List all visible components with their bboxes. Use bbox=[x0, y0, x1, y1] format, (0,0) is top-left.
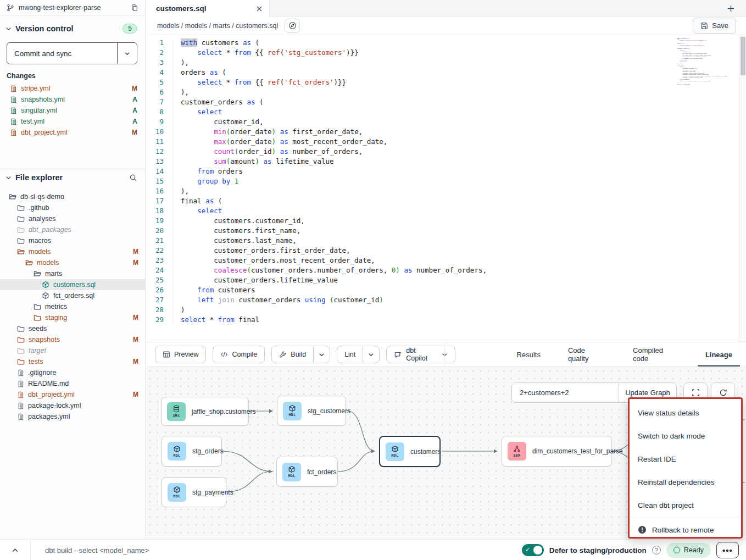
command-bar-expand[interactable] bbox=[0, 540, 31, 560]
tree-item-models[interactable]: modelsM bbox=[0, 257, 145, 268]
more-options-button[interactable]: ••• bbox=[716, 542, 739, 558]
tree-item-label: metrics bbox=[45, 303, 135, 311]
tree-item-status: M bbox=[133, 314, 138, 321]
branch-row[interactable]: mwong-test-explorer-parse bbox=[0, 0, 145, 16]
commit-options-dropdown[interactable] bbox=[117, 43, 137, 64]
tree-item-fct-orders-sql[interactable]: fct_orders.sql bbox=[0, 290, 145, 301]
tree-item-target[interactable]: target bbox=[0, 345, 145, 356]
tree-item-metrics[interactable]: metrics bbox=[0, 301, 145, 312]
toggle-knob bbox=[533, 546, 542, 555]
tree-item-dbt-project-yml[interactable]: dbt_project.ymlM bbox=[0, 389, 145, 400]
editor-scrollbar[interactable] bbox=[739, 35, 746, 342]
ready-label: Ready bbox=[684, 546, 704, 554]
tab-customers-sql[interactable]: customers.sql bbox=[146, 0, 270, 17]
build-dropdown[interactable] bbox=[313, 346, 330, 363]
changes-list: stripe.ymlMsnapshots.ymlAsingular.ymlAte… bbox=[0, 83, 145, 138]
change-row[interactable]: stripe.ymlM bbox=[0, 83, 145, 94]
sidebar: mwong-test-explorer-parse Version contro… bbox=[0, 0, 146, 540]
tree-item--gitignore[interactable]: .gitignore bbox=[0, 367, 145, 378]
lineage-node-customers[interactable]: MDLcustomers bbox=[379, 436, 441, 467]
menu-item-label: Reinstall dependencies bbox=[638, 478, 715, 486]
tree-item--github[interactable]: .github bbox=[0, 202, 145, 213]
change-status: A bbox=[132, 96, 137, 103]
code-editor[interactable]: 1with customers as (2 select * from {{ r… bbox=[146, 35, 746, 342]
tree-item-readme-md[interactable]: README.md bbox=[0, 378, 145, 389]
tree-item-db-sl-qs-demo[interactable]: db-sl-qs-demo bbox=[0, 191, 145, 202]
tab-lineage[interactable]: Lineage bbox=[698, 342, 740, 367]
new-tab-button[interactable] bbox=[724, 2, 737, 15]
search-icon[interactable] bbox=[129, 174, 137, 182]
copy-icon[interactable] bbox=[131, 4, 138, 12]
status-badge[interactable]: Ready bbox=[666, 543, 711, 558]
compile-button[interactable]: Compile bbox=[213, 346, 265, 363]
compile-label: Compile bbox=[232, 351, 257, 358]
tree-item-models[interactable]: modelsM bbox=[0, 246, 145, 257]
change-row[interactable]: test.ymlA bbox=[0, 116, 145, 127]
code-line: 25 customer_orders.lifetime_value bbox=[146, 275, 739, 285]
change-row[interactable]: dbt_project.ymlM bbox=[0, 127, 145, 138]
build-button[interactable]: Build bbox=[271, 346, 330, 363]
file-explorer-header[interactable]: File explorer bbox=[0, 170, 145, 185]
tree-item-status: M bbox=[133, 391, 138, 398]
tab-compiled-code[interactable]: Compiled code bbox=[625, 342, 686, 367]
menu-item-view-status-details[interactable]: View status details bbox=[630, 401, 741, 424]
explore-compass-button[interactable] bbox=[285, 19, 300, 33]
tree-item-dbt-packages[interactable]: dbt_packages bbox=[0, 224, 145, 235]
save-label: Save bbox=[712, 21, 728, 30]
tree-item-analyses[interactable]: analyses bbox=[0, 213, 145, 224]
change-row[interactable]: snapshots.ymlA bbox=[0, 94, 145, 105]
menu-item-switch-to-dark-mode[interactable]: Switch to dark mode bbox=[630, 424, 741, 447]
folder-icon bbox=[17, 237, 25, 245]
code-line: 24 coalesce(customer_orders.number_of_or… bbox=[146, 265, 739, 275]
ide-options-menu: View status detailsSwitch to dark modeRe… bbox=[628, 397, 743, 539]
preview-button[interactable]: Preview bbox=[155, 346, 206, 363]
tree-item-marts[interactable]: marts bbox=[0, 268, 145, 279]
change-row[interactable]: singular.ymlA bbox=[0, 105, 145, 116]
status-bar: dbt build --select <model_name> ✓ Defer … bbox=[0, 540, 746, 560]
lineage-node-stg-payments[interactable]: MDLstg_payments bbox=[162, 477, 226, 507]
tree-item-package-lock-yml[interactable]: package-lock.yml bbox=[0, 400, 145, 411]
menu-item-reinstall-dependencies[interactable]: Reinstall dependencies bbox=[630, 470, 741, 494]
defer-toggle[interactable]: ✓ bbox=[522, 544, 544, 556]
version-control-title: Version control bbox=[15, 24, 119, 33]
tree-item-seeds[interactable]: seeds bbox=[0, 323, 145, 334]
folder-icon bbox=[25, 259, 33, 267]
lineage-node-stg-orders[interactable]: MDLstg_orders bbox=[162, 436, 222, 467]
graph-selector-input[interactable] bbox=[512, 383, 619, 402]
tree-item-label: .github bbox=[29, 204, 135, 212]
lineage-node-fct-orders[interactable]: MDLfct_orders bbox=[276, 457, 338, 487]
file-explorer-title: File explorer bbox=[15, 173, 125, 182]
chevron-down-icon bbox=[5, 26, 12, 32]
file-icon bbox=[10, 129, 17, 136]
tree-item-tests[interactable]: testsM bbox=[0, 356, 145, 367]
tree-item-customers-sql[interactable]: customers.sql bbox=[0, 279, 145, 290]
lineage-node-stg-customers[interactable]: MDLstg_customers bbox=[277, 396, 346, 426]
menu-item-rollback-to-remote[interactable]: Rollback to remote bbox=[630, 518, 741, 541]
save-button[interactable]: Save bbox=[693, 18, 736, 34]
change-file-name: stripe.yml bbox=[21, 85, 128, 92]
tree-item-packages-yml[interactable]: packages.yml bbox=[0, 411, 145, 422]
tree-item-snapshots[interactable]: snapshotsM bbox=[0, 334, 145, 345]
close-tab-icon[interactable] bbox=[256, 5, 263, 12]
toolbar-separator bbox=[444, 342, 445, 367]
version-control-header[interactable]: Version control 5 bbox=[0, 21, 145, 36]
copilot-icon bbox=[394, 351, 402, 359]
tab-code-quality[interactable]: Code quality bbox=[560, 342, 613, 367]
lint-button[interactable]: Lint bbox=[337, 346, 380, 363]
lint-dropdown[interactable] bbox=[363, 346, 379, 363]
scrollbar-thumb[interactable] bbox=[741, 37, 745, 75]
menu-item-clean-dbt-project[interactable]: Clean dbt project bbox=[630, 494, 741, 517]
lineage-node-dim-customers-test-for-parse[interactable]: SEMdim_customers_test_for_parse bbox=[502, 436, 612, 467]
lineage-node-jaffle-shop-customers[interactable]: SRCjaffle_shop.customers bbox=[161, 397, 249, 426]
code-line: 8 select bbox=[146, 107, 739, 117]
help-icon[interactable]: ? bbox=[652, 546, 661, 555]
tree-item-label: package-lock.yml bbox=[28, 402, 135, 409]
tree-item-staging[interactable]: stagingM bbox=[0, 312, 145, 323]
commit-and-sync-button[interactable]: Commit and sync bbox=[7, 42, 137, 64]
code-line: 5 select * from {{ ref('fct_orders')}} bbox=[146, 77, 739, 87]
command-input[interactable]: dbt build --select <model_name> bbox=[45, 546, 522, 555]
menu-item-restart-ide[interactable]: Restart IDE bbox=[630, 447, 741, 470]
tab-results[interactable]: Results bbox=[509, 342, 548, 367]
change-status: A bbox=[132, 118, 137, 125]
tree-item-macros[interactable]: macros bbox=[0, 235, 145, 246]
